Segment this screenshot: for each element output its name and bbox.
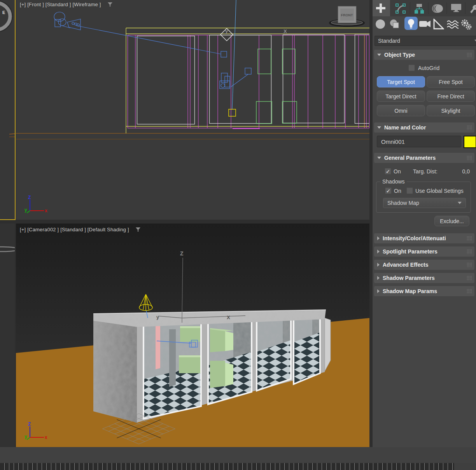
gizmo-x: x [45, 208, 47, 213]
viewport-front[interactable]: [+] [Front ] [Standard ] [Wireframe ] [16, 0, 369, 220]
target-spot-button[interactable]: Target Spot [377, 76, 425, 87]
viewcube-ring-partial[interactable] [0, 0, 12, 32]
gizmo-y: y [24, 207, 27, 213]
3dsmax-window: E [+] [Front ] [Standard ] [Wireframe ] [0, 0, 476, 470]
omni-button[interactable]: Omni [377, 105, 425, 116]
track-bar-end [455, 463, 476, 470]
rollout-title: Shadow Parameters [383, 275, 435, 281]
rollout-grip-icon[interactable] [467, 156, 472, 160]
rollout-closed-icon [377, 289, 380, 293]
rollout-closed-icon [377, 250, 380, 253]
camera-object-wireframe[interactable] [54, 12, 80, 30]
left-viewport-sliver-bottom[interactable] [0, 224, 15, 447]
window-frames-wire[interactable] [137, 35, 370, 124]
building-left-wall[interactable] [93, 320, 137, 423]
hierarchy-icon[interactable] [414, 3, 424, 14]
rollout-shadow-map-params-header[interactable]: Shadow Map Params [374, 286, 474, 296]
use-global-checkbox[interactable] [406, 187, 413, 194]
light-on-checkbox[interactable]: ✓ [385, 168, 391, 175]
targ-dist-label: Targ. Dist: [413, 168, 438, 175]
viewport-camera-label[interactable]: [+] [Camera002 ] [Standard ] [Default Sh… [20, 227, 141, 232]
left-viewport-sliver-top[interactable]: E [0, 0, 16, 220]
rollout-intensity-header[interactable]: Intensity/Color/Attenuati [374, 233, 474, 243]
gizmo-z: Z [28, 195, 31, 200]
pink-panel [156, 325, 160, 369]
viewport-camera-label-text[interactable]: [+] [Camera002 ] [Standard ] [Default Sh… [20, 227, 129, 232]
rollout-grip-icon[interactable] [467, 289, 472, 294]
building-roof-wire[interactable] [126, 28, 369, 133]
shadow-on-checkbox[interactable]: ✓ [385, 187, 392, 194]
filter-icon[interactable] [135, 227, 141, 232]
spotlight-cone[interactable] [139, 294, 152, 311]
filter-icon[interactable] [107, 2, 113, 7]
rollout-name-color-header[interactable]: Name and Color [374, 122, 474, 133]
rollout-shadow-params-header[interactable]: Shadow Parameters [374, 273, 474, 283]
spacewarps-icon[interactable] [446, 19, 459, 29]
rollout-grip-icon[interactable] [467, 52, 472, 57]
world-axis-z-label: Z [180, 250, 184, 257]
shadows-group: Shadows ✓ On Use Global Settings Shadow … [376, 182, 471, 213]
axis-x-label: X [284, 28, 287, 34]
bottom-strip [0, 447, 476, 470]
viewport-front-label[interactable]: [+] [Front ] [Standard ] [Wireframe ] [20, 2, 113, 7]
utilities-icon[interactable] [469, 3, 476, 14]
green-boxes-wire[interactable] [256, 49, 297, 124]
rollout-grip-icon[interactable] [467, 236, 472, 241]
shadow-on-label: On [394, 188, 401, 194]
modify-icon[interactable] [396, 3, 406, 14]
building-wall-wire[interactable] [128, 35, 369, 129]
rollout-object-type-header[interactable]: Object Type [374, 50, 474, 60]
display-icon[interactable] [451, 3, 462, 13]
systems-icon[interactable] [460, 19, 472, 30]
free-spot-button[interactable]: Free Spot [427, 76, 475, 87]
skylight-button[interactable]: Skylight [427, 105, 475, 116]
glass-panel-1[interactable] [140, 317, 205, 422]
gizmo-x: x [45, 435, 47, 440]
shadows-group-label: Shadows [380, 178, 407, 185]
viewcube[interactable]: FRONT [326, 5, 368, 27]
rollout-closed-icon [377, 263, 380, 267]
lights-icon[interactable] [406, 18, 416, 29]
object-name-field[interactable]: Omni001 [377, 136, 461, 147]
viewport-camera[interactable]: [+] [Camera002 ] [Standard ] [Default Sh… [16, 224, 369, 447]
rollout-spotlight-params-header[interactable]: Spotlight Parameters [374, 246, 474, 257]
rollout-open-icon [377, 126, 381, 129]
rollout-title: Object Type [384, 52, 415, 58]
free-direct-button[interactable]: Free Direct [427, 91, 475, 102]
rollout-general-params: General Parameters ✓ On Targ. Dist: 0,0 … [374, 153, 474, 230]
object-color-swatch[interactable] [464, 136, 476, 148]
rollout-name-color-body: Omni001 [374, 133, 474, 153]
autogrid-checkbox[interactable] [408, 65, 415, 71]
motion-icon[interactable] [432, 3, 443, 14]
helpers-icon[interactable] [433, 19, 444, 30]
selected-object-box[interactable] [229, 109, 236, 116]
exclude-button[interactable]: Exclude... [434, 216, 469, 226]
rollout-shadow-params: Shadow Parameters [374, 273, 474, 283]
shapes-icon[interactable] [389, 19, 400, 30]
rollout-grip-icon[interactable] [467, 276, 472, 280]
camera-target-line [76, 26, 221, 54]
rollout-general-params-header[interactable]: General Parameters [374, 153, 474, 163]
rollout-advanced-effects-header[interactable]: Advanced Effects [374, 260, 474, 270]
camera2-object-wireframe[interactable] [220, 68, 251, 89]
category-dropdown[interactable]: Standard [374, 36, 476, 46]
rollout-grip-icon[interactable] [467, 125, 472, 130]
cameras-icon[interactable] [419, 19, 431, 29]
viewport-front-label-text[interactable]: [+] [Front ] [Standard ] [Wireframe ] [20, 2, 101, 7]
command-panel: Standard Object Type AutoGrid Target Spo… [373, 0, 476, 470]
create-icon[interactable] [376, 3, 386, 13]
geometry-icon[interactable] [375, 19, 386, 30]
create-categories [373, 17, 476, 33]
rollout-grip-icon[interactable] [467, 249, 472, 254]
target-direct-button[interactable]: Target Direct [377, 91, 425, 102]
track-bar[interactable] [0, 463, 454, 470]
targ-dist-value[interactable]: 0,0 [462, 168, 470, 175]
rollout-title: Advanced Effects [383, 262, 428, 268]
rollout-title: Intensity/Color/Attenuati [383, 235, 446, 241]
viewcube-face-label[interactable]: FRONT [341, 13, 353, 17]
camera-target-box[interactable] [221, 51, 227, 57]
rollout-object-type: Object Type AutoGrid Target Spot Free Sp… [374, 50, 474, 132]
shadow-type-value: Shadow Map [387, 200, 419, 206]
shadow-type-dropdown[interactable]: Shadow Map [383, 198, 466, 208]
rollout-grip-icon[interactable] [467, 262, 472, 267]
